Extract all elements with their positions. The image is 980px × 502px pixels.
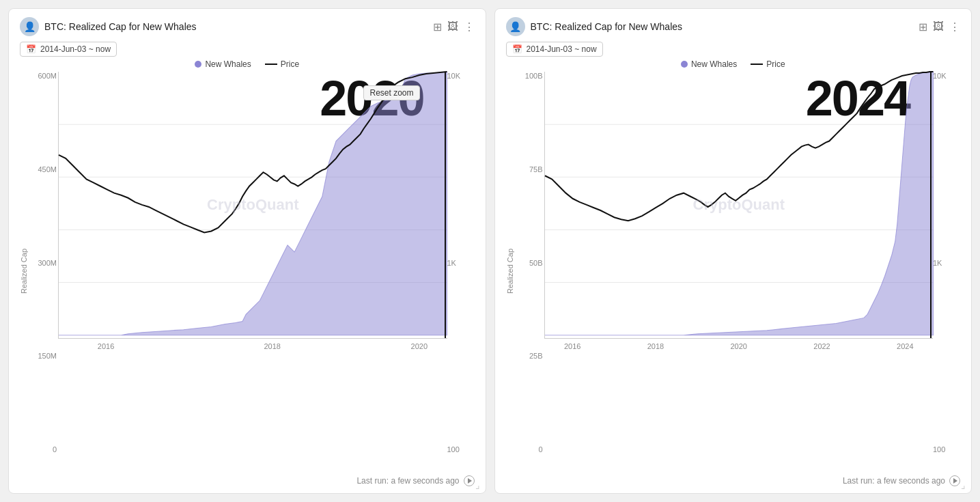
chart-inner-1: CryptoQuant Reset zoom 2016 <box>58 72 447 339</box>
card-title-2: BTC: Realized Cap for New Whales <box>531 21 683 32</box>
legend-1: New Whales Price <box>20 59 475 69</box>
date-range-2[interactable]: 📅 2014-Jun-03 ~ now <box>506 42 603 57</box>
legend-line-price-1 <box>265 64 277 65</box>
card-header-1: 👤 BTC: Realized Cap for New Whales ⊞ 🖼 ⋮ <box>20 17 475 36</box>
run-button-2[interactable] <box>949 475 960 486</box>
image-icon-1[interactable]: 🖼 <box>447 20 458 33</box>
legend-2: New Whales Price <box>506 59 961 69</box>
image-icon-2[interactable]: 🖼 <box>933 20 944 33</box>
chart-area-1: Realized Cap 600M 450M 300M 150M 0 10K 1… <box>20 72 475 470</box>
x-axis-1: 2016 2018 2020 <box>59 342 447 350</box>
card-title-1: BTC: Realized Cap for New Whales <box>44 21 197 32</box>
more-icon-2[interactable]: ⋮ <box>949 20 960 33</box>
vertical-line-2 <box>930 72 932 338</box>
legend-item-whales-2: New Whales <box>681 59 737 69</box>
reset-zoom-1[interactable]: Reset zoom <box>363 85 419 100</box>
footer-text-2: Last run: a few seconds ago <box>843 476 945 486</box>
y-axis-title-1: Realized Cap <box>20 72 28 470</box>
corner-mark-2: ⌟ <box>961 479 966 490</box>
chart-svg-1 <box>59 72 447 335</box>
date-range-1[interactable]: 📅 2014-Jun-03 ~ now <box>20 42 117 57</box>
legend-label-whales-1: New Whales <box>205 59 251 69</box>
date-range-text-2: 2014-Jun-03 ~ now <box>527 44 597 54</box>
title-group-1: 👤 BTC: Realized Cap for New Whales <box>20 17 197 36</box>
date-range-text-1: 2014-Jun-03 ~ now <box>40 44 111 54</box>
legend-dot-whales-2 <box>681 61 688 68</box>
run-button-1[interactable] <box>464 475 475 486</box>
y-axis-title-2: Realized Cap <box>506 72 514 470</box>
card-actions-1: ⊞ 🖼 ⋮ <box>433 20 475 33</box>
chart-area-2: Realized Cap 100B 75B 50B 25B 0 10K 1K 1… <box>506 72 961 470</box>
legend-label-price-1: Price <box>281 59 299 69</box>
footer-text-1: Last run: a few seconds ago <box>356 476 459 486</box>
footer-1: Last run: a few seconds ago <box>20 475 475 486</box>
calendar-icon-1: 📅 <box>26 44 36 54</box>
legend-item-price-2: Price <box>751 59 785 69</box>
chart-inner-2: CryptoQuant 2016 2018 <box>544 72 934 339</box>
legend-label-price-2: Price <box>766 59 785 69</box>
expand-icon-1[interactable]: ⊞ <box>433 20 442 33</box>
chart-svg-2 <box>545 72 934 335</box>
legend-item-price-1: Price <box>265 59 299 69</box>
avatar-1: 👤 <box>20 17 39 36</box>
x-axis-2: 2016 2018 2020 2022 2024 <box>545 342 934 350</box>
y-axis-left-1: 600M 450M 300M 150M 0 <box>32 72 57 454</box>
card-actions-2: ⊞ 🖼 ⋮ <box>919 20 960 33</box>
footer-2: Last run: a few seconds ago <box>506 475 961 486</box>
corner-mark-1: ⌟ <box>475 479 480 490</box>
vertical-line-1 <box>445 72 446 338</box>
legend-item-whales-1: New Whales <box>195 59 251 69</box>
legend-dot-whales-1 <box>195 61 201 68</box>
y-axis-left-2: 100B 75B 50B 25B 0 <box>518 72 543 454</box>
more-icon-1[interactable]: ⋮ <box>464 20 475 33</box>
chart-card-2024: 👤 BTC: Realized Cap for New Whales ⊞ 🖼 ⋮… <box>494 8 972 494</box>
card-header-2: 👤 BTC: Realized Cap for New Whales ⊞ 🖼 ⋮ <box>506 17 961 36</box>
y-axis-right-2: 10K 1K 100 <box>933 72 957 454</box>
expand-icon-2[interactable]: ⊞ <box>919 20 927 33</box>
title-group-2: 👤 BTC: Realized Cap for New Whales <box>506 17 683 36</box>
legend-label-whales-2: New Whales <box>691 59 737 69</box>
calendar-icon-2: 📅 <box>512 44 522 54</box>
y-axis-right-1: 10K 1K 100 <box>447 72 472 454</box>
chart-card-2020: 👤 BTC: Realized Cap for New Whales ⊞ 🖼 ⋮… <box>8 8 486 494</box>
avatar-2: 👤 <box>506 17 525 36</box>
legend-line-price-2 <box>751 64 763 65</box>
